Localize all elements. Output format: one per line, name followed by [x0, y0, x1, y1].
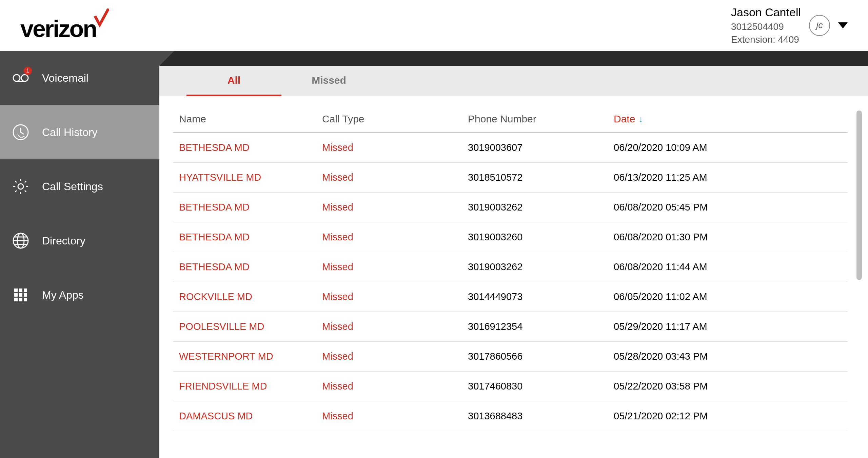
cell-phone: 3018510572 [468, 172, 614, 183]
sidebar-item-label: Call Settings [42, 180, 103, 193]
apps-grid-icon [12, 286, 30, 304]
svg-rect-12 [24, 288, 27, 292]
tab-missed[interactable]: Missed [281, 66, 376, 96]
cell-call-type: Missed [322, 232, 468, 243]
user-extension: Extension: 4409 [731, 33, 801, 46]
table-row[interactable]: POOLESVILLE MDMissed301691235405/29/2020… [173, 312, 848, 342]
column-header-label: Date [614, 113, 635, 125]
column-header-label: Phone Number [468, 113, 536, 124]
cell-phone: 3014449073 [468, 291, 614, 302]
cell-date: 06/08/2020 05:45 PM [614, 202, 844, 213]
cell-phone: 3019003260 [468, 232, 614, 243]
sidebar-item-directory[interactable]: Directory [0, 214, 159, 268]
table-row[interactable]: FRIENDSVILLE MDMissed301746083005/22/202… [173, 372, 848, 401]
globe-icon [12, 232, 30, 250]
user-menu[interactable]: Jason Cantell 3012504409 Extension: 4409… [731, 5, 848, 46]
call-history-icon [12, 123, 30, 141]
cell-name: BETHESDA MD [176, 202, 322, 213]
sidebar-item-call-settings[interactable]: Call Settings [0, 159, 159, 214]
cell-date: 05/21/2020 02:12 PM [614, 411, 844, 422]
cell-call-type: Missed [322, 261, 468, 273]
call-history-table: Name Call Type Phone Number Date ↓ [173, 106, 848, 431]
svg-rect-18 [24, 298, 27, 301]
svg-point-0 [13, 75, 20, 81]
call-history-table-wrap: Name Call Type Phone Number Date ↓ [159, 96, 868, 458]
chevron-down-icon[interactable] [838, 22, 848, 28]
sidebar-item-label: Call History [42, 126, 98, 139]
cell-phone: 3017460830 [468, 381, 614, 392]
svg-rect-16 [14, 298, 18, 301]
column-header-name[interactable]: Name [176, 113, 322, 125]
sidebar-item-voicemail[interactable]: 1 Voicemail [0, 51, 159, 105]
voicemail-badge: 1 [24, 67, 32, 75]
column-header-date[interactable]: Date ↓ [614, 113, 844, 125]
avatar-initials: jc [816, 20, 823, 31]
sidebar-item-label: Voicemail [42, 72, 88, 84]
header-dark-strip [159, 51, 868, 66]
cell-call-type: Missed [322, 381, 468, 392]
tab-label: All [228, 75, 240, 86]
cell-date: 06/13/2020 11:25 AM [614, 172, 844, 183]
column-header-label: Name [179, 113, 206, 124]
gear-icon [12, 177, 30, 196]
table-row[interactable]: BETHESDA MDMissed301900326206/08/2020 05… [173, 193, 848, 222]
svg-rect-11 [19, 288, 22, 292]
cell-call-type: Missed [322, 172, 468, 183]
column-header-call-type[interactable]: Call Type [322, 113, 468, 125]
table-row[interactable]: ROCKVILLE MDMissed301444907306/05/2020 1… [173, 282, 848, 312]
table-row[interactable]: BETHESDA MDMissed301900326206/08/2020 11… [173, 252, 848, 282]
cell-date: 06/08/2020 01:30 PM [614, 232, 844, 243]
user-name: Jason Cantell [731, 5, 801, 20]
cell-call-type: Missed [322, 351, 468, 362]
sidebar: 1 Voicemail Call History Call Settings [0, 51, 159, 458]
voicemail-icon: 1 [12, 69, 30, 87]
avatar[interactable]: jc [809, 15, 830, 36]
cell-phone: 3016912354 [468, 321, 614, 332]
table-row[interactable]: DAMASCUS MDMissed301368848305/21/2020 02… [173, 401, 848, 431]
cell-name: HYATTSVILLE MD [176, 172, 322, 183]
cell-name: POOLESVILLE MD [176, 321, 322, 332]
scrollbar[interactable] [856, 111, 862, 280]
cell-name: ROCKVILLE MD [176, 291, 322, 302]
user-phone: 3012504409 [731, 20, 801, 33]
cell-date: 06/08/2020 11:44 AM [614, 261, 844, 273]
svg-rect-15 [24, 293, 27, 297]
tabs-bar: All Missed [159, 66, 868, 96]
cell-date: 05/28/2020 03:43 PM [614, 351, 844, 362]
svg-point-1 [21, 75, 28, 81]
svg-rect-14 [19, 293, 22, 297]
cell-name: BETHESDA MD [176, 261, 322, 273]
table-row[interactable]: BETHESDA MDMissed301900326006/08/2020 01… [173, 222, 848, 252]
cell-phone: 3019003262 [468, 202, 614, 213]
tab-all[interactable]: All [186, 66, 281, 96]
user-info: Jason Cantell 3012504409 Extension: 4409 [731, 5, 801, 46]
cell-phone: 3017860566 [468, 351, 614, 362]
cell-call-type: Missed [322, 411, 468, 422]
column-header-phone[interactable]: Phone Number [468, 113, 614, 125]
sort-descending-icon: ↓ [638, 114, 643, 124]
cell-name: DAMASCUS MD [176, 411, 322, 422]
tab-label: Missed [312, 75, 346, 86]
cell-date: 05/22/2020 03:58 PM [614, 381, 844, 392]
svg-rect-10 [14, 288, 18, 292]
table-row[interactable]: BETHESDA MDMissed301900360706/20/2020 10… [173, 133, 848, 163]
main-content: All Missed Name Call Type [159, 51, 868, 458]
sidebar-item-label: My Apps [42, 289, 84, 301]
cell-date: 05/29/2020 11:17 AM [614, 321, 844, 332]
cell-name: BETHESDA MD [176, 232, 322, 243]
svg-rect-13 [14, 293, 18, 297]
sidebar-item-call-history[interactable]: Call History [0, 105, 159, 159]
brand-name: verizon [20, 15, 96, 42]
sidebar-item-my-apps[interactable]: My Apps [0, 268, 159, 322]
svg-rect-17 [19, 298, 22, 301]
sidebar-item-label: Directory [42, 235, 85, 247]
table-header-row: Name Call Type Phone Number Date ↓ [173, 106, 848, 133]
cell-date: 06/05/2020 11:02 AM [614, 291, 844, 302]
app-header: verizon Jason Cantell 3012504409 Extensi… [0, 0, 868, 51]
cell-name: FRIENDSVILLE MD [176, 381, 322, 392]
table-row[interactable]: HYATTSVILLE MDMissed301851057206/13/2020… [173, 163, 848, 193]
cell-date: 06/20/2020 10:09 AM [614, 142, 844, 153]
cell-phone: 3019003607 [468, 142, 614, 153]
table-row[interactable]: WESTERNPORT MDMissed301786056605/28/2020… [173, 342, 848, 372]
brand-logo: verizon [20, 8, 109, 42]
